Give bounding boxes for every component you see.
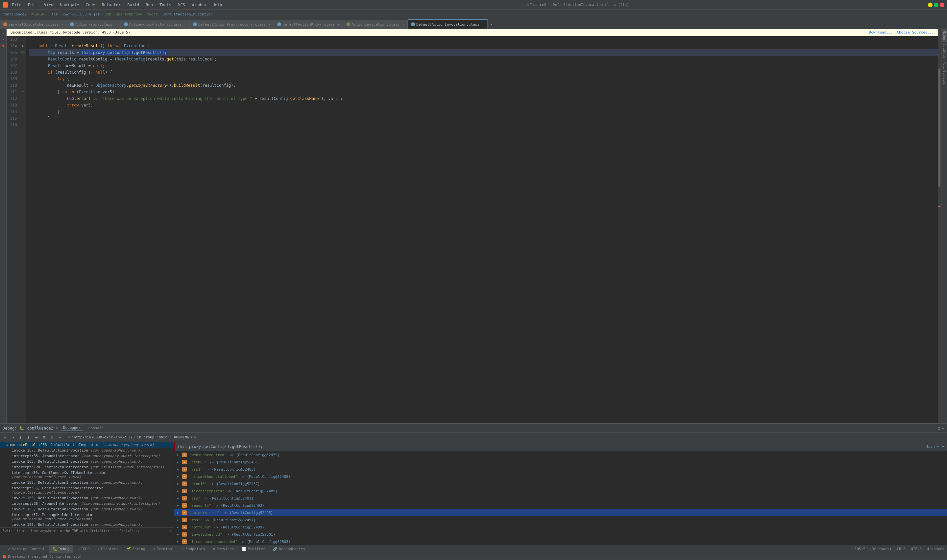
tab-close[interactable]: × xyxy=(184,23,186,26)
frame-item-2[interactable]: intercept:35, AroundInterceptor (com.ope… xyxy=(0,453,174,459)
tab-defaultactionproxy[interactable]: DefaultActionProxy.class × xyxy=(274,20,343,29)
expression-input[interactable] xyxy=(177,444,926,449)
status-tab-debug[interactable]: 🐛 Debug xyxy=(49,545,73,553)
expression-language[interactable]: Java ▾ xyxy=(926,445,939,449)
frame-item-0[interactable]: ▶ executeResult:263, DefaultActionInvoca… xyxy=(0,442,174,448)
tab-actioninvocation[interactable]: ActionInvocation.class × xyxy=(343,20,408,29)
breadcrumb-xwork[interactable]: xwork xyxy=(147,12,158,17)
tab-actionproxy[interactable]: ActionProxy.class × xyxy=(67,20,121,29)
frame-item-5[interactable]: intercept:30, ConfluenceXsrfTokenInterce… xyxy=(0,470,174,480)
breadcrumb-com[interactable]: com xyxy=(105,12,111,17)
var-row-websudorequired[interactable]: ▶ ≡ "websudorequired" -> {ResultConfig@5… xyxy=(174,451,947,458)
debug-config-close[interactable]: × xyxy=(56,426,58,430)
status-tab-versioncontrol[interactable]: ⎇ Version Control xyxy=(3,545,49,553)
fold-icon-2[interactable]: ▾ xyxy=(2,38,4,42)
frame-item-8[interactable]: invoke:165, DefaultActionInvocation (com… xyxy=(0,495,174,501)
close-button[interactable] xyxy=(940,3,944,7)
breadcrumb-lib[interactable]: lib xyxy=(51,12,58,17)
tab-close[interactable]: × xyxy=(61,23,63,26)
debugger-tab[interactable]: Debugger xyxy=(60,425,83,431)
var-row-rss2[interactable]: ▶ ≡ "rss2" -> {ResultConfig@52497} xyxy=(174,516,947,523)
frame-item-12[interactable]: invoke:165, DefaultActionInvocation (com… xyxy=(0,522,174,528)
menu-navigate[interactable]: Navigate xyxy=(59,2,80,8)
tab-servletdispatcher[interactable]: ServletDispatcher.class × xyxy=(0,20,67,29)
notifications-tab[interactable]: Notifications xyxy=(942,60,947,87)
resume-button[interactable]: ▶ xyxy=(1,434,9,441)
frame-item-3[interactable]: invoke:165, DefaultActionInvocation (com… xyxy=(0,459,174,465)
debug-settings-icon[interactable]: ⚙ xyxy=(938,426,940,431)
status-tab-endpoints[interactable]: ⚡ Endpoints xyxy=(178,545,209,553)
status-tab-problems[interactable]: ⚠ Problems xyxy=(94,545,123,553)
var-row-licenseexpired[interactable]: ▶ ≡ "licenseexpired" -> {ResultConfig@52… xyxy=(174,488,947,495)
menu-window[interactable]: Window xyxy=(190,2,207,8)
step-over-button[interactable]: ↷ xyxy=(9,434,17,441)
status-tab-dependencies[interactable]: 🔗 Dependencies xyxy=(269,545,309,553)
frames-button[interactable]: ⊞ xyxy=(49,434,56,441)
status-tab-spring[interactable]: 🌱 Spring xyxy=(122,545,149,553)
tabs-overflow[interactable]: ▾ xyxy=(488,20,495,29)
frame-item-11[interactable]: intercept:37, MessageHolderInterceptor (… xyxy=(0,512,174,522)
breadcrumb-opensymphony[interactable]: opensymphony xyxy=(116,12,142,17)
line-ending[interactable]: CRLF xyxy=(897,547,905,551)
status-tab-services[interactable]: ⚙ Services xyxy=(209,545,238,553)
tab-actionproxyfactory[interactable]: ActionProxyFactory.class × xyxy=(121,20,190,29)
fold-icon[interactable]: ▾ xyxy=(2,32,4,35)
var-row-notpermitted[interactable]: ▶ ≡ "notpermitted" -> {ResultConfig@5249… xyxy=(174,509,947,516)
var-row-atom03[interactable]: ▶ ≡ "atom03" -> {ResultConfig@52481} xyxy=(174,458,947,466)
maximize-button[interactable] xyxy=(934,3,938,7)
step-out-button[interactable]: ↑ xyxy=(25,434,32,441)
breadcrumb-jar[interactable]: xwork-1.0.3.6.jar xyxy=(63,12,100,17)
var-row-readonly[interactable]: ▶ ≡ "readonly" -> {ResultConfig@52493} xyxy=(174,502,947,509)
code-content[interactable]: public Result createResult() throws Exce… xyxy=(26,36,938,423)
evaluate-button[interactable]: ≡ xyxy=(41,434,48,441)
tab-close[interactable]: × xyxy=(337,23,339,26)
status-tab-terminal[interactable]: ⌨ Terminal xyxy=(149,545,178,553)
frame-item-6[interactable]: invoke:165, DefaultActionInvocation (com… xyxy=(0,480,174,485)
var-row-rss[interactable]: ▶ ≡ "rss" -> {ResultConfig@52491} xyxy=(174,495,947,502)
indent-setting[interactable]: 4 spaces xyxy=(927,547,944,551)
var-row-licenseusersexceeded[interactable]: ▶ ≡ "licenseusersexceeded" -> {ResultCon… xyxy=(174,538,947,545)
bookmark-icon[interactable]: 🔖 xyxy=(1,44,5,47)
breadcrumb-class[interactable]: DefaultActionInvocation xyxy=(163,12,213,17)
thread-more-icon[interactable]: ⊕ xyxy=(194,435,196,439)
choose-sources-link[interactable]: Choose Sources... xyxy=(897,30,934,34)
scrollbar-thumb[interactable] xyxy=(938,68,941,187)
menu-help[interactable]: Help xyxy=(211,2,223,8)
menu-edit[interactable]: Edit xyxy=(27,2,39,8)
tab-close[interactable]: × xyxy=(402,23,404,26)
tab-close[interactable]: × xyxy=(268,23,270,26)
thread-filter-icon[interactable]: ▼ xyxy=(190,435,192,439)
var-row-httpmethodnotallowed[interactable]: ▶ ≡ "httpmethodnotallowed" -> {ResultCon… xyxy=(174,473,947,480)
database-tab[interactable]: Database xyxy=(942,42,947,60)
console-tab[interactable]: Console xyxy=(86,425,106,431)
add-watch-button[interactable]: + xyxy=(942,444,944,449)
editor-scrollbar[interactable] xyxy=(938,29,941,423)
maven-tab[interactable]: Maven xyxy=(942,29,947,42)
menu-file[interactable]: File xyxy=(11,2,23,8)
frame-item-9[interactable]: intercept:35, AroundInterceptor (com.ope… xyxy=(0,501,174,506)
run-to-cursor-button[interactable]: → xyxy=(33,434,40,441)
var-row-rss1[interactable]: ▶ ≡ "rss1" -> {ResultConfig@52483} xyxy=(174,466,947,473)
var-row-notfound[interactable]: ▶ ≡ "notfound" -> {ResultConfig@52499} xyxy=(174,523,947,531)
menu-view[interactable]: View xyxy=(43,2,55,8)
breadcrumb-webinf[interactable]: WEB-INF xyxy=(31,12,46,17)
frame-item-7[interactable]: intercept:65, ConfluenceLicenseIntercept… xyxy=(0,485,174,495)
hint-close-icon[interactable]: × xyxy=(169,529,171,533)
frame-item-1[interactable]: invoke:187, DefaultActionInvocation (com… xyxy=(0,448,174,453)
more-button[interactable]: ⋯ xyxy=(57,434,64,441)
var-row-atom10[interactable]: ▶ ≡ "atom10" -> {ResultConfig@52487} xyxy=(174,480,947,488)
var-row-invalidmethod[interactable]: ▶ ≡ "invalidmethod" -> {ResultConfig@525… xyxy=(174,531,947,538)
menu-run[interactable]: Run xyxy=(144,2,154,8)
step-into-button[interactable]: ↓ xyxy=(17,434,24,441)
encoding[interactable]: UTF-8 xyxy=(911,547,922,551)
download-link[interactable]: Download... xyxy=(869,30,893,34)
breadcrumb-project[interactable]: confluence2 xyxy=(3,12,27,17)
menu-code[interactable]: Code xyxy=(85,2,97,8)
menu-refactor[interactable]: Refactor xyxy=(100,2,122,8)
minimize-button[interactable] xyxy=(928,3,933,7)
frame-item-10[interactable]: invoke:165, DefaultActionInvocation (com… xyxy=(0,506,174,512)
debug-minimize-icon[interactable]: − xyxy=(942,426,944,431)
frame-item-4[interactable]: intercept:120, XsrfTokenInterceptor (com… xyxy=(0,465,174,470)
status-tab-todo[interactable]: ✓ TODO xyxy=(73,545,93,553)
menu-tools[interactable]: Tools xyxy=(158,2,172,8)
